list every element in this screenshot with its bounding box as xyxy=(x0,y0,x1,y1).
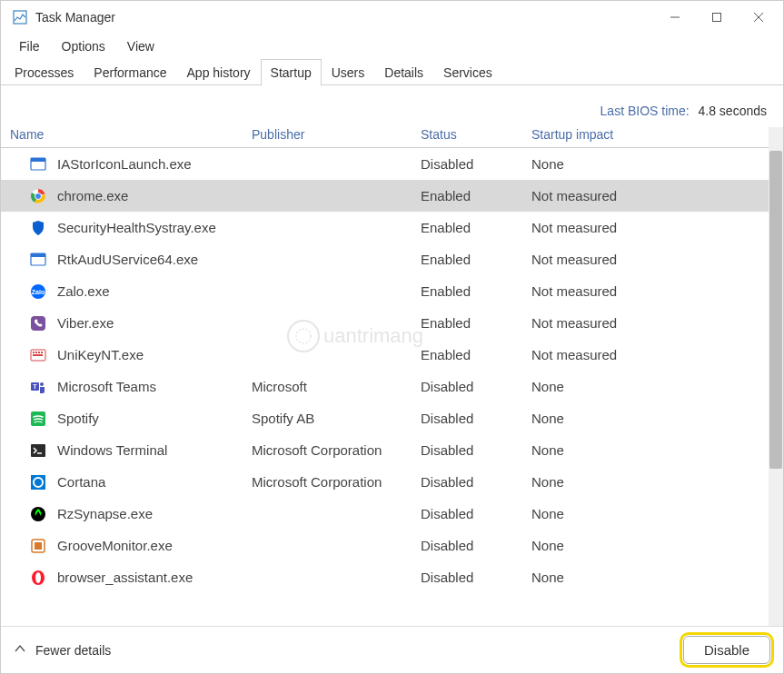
row-status: Disabled xyxy=(421,538,531,553)
row-status: Disabled xyxy=(421,506,531,521)
column-impact[interactable]: Startup impact xyxy=(531,127,769,142)
razer-icon xyxy=(28,504,48,524)
spotify-icon xyxy=(28,409,48,429)
table-row[interactable]: chrome.exe Enabled Not measured xyxy=(1,180,769,212)
minimize-button[interactable] xyxy=(654,1,696,34)
teams-icon: T xyxy=(28,377,48,397)
table-row[interactable]: RzSynapse.exe Disabled None xyxy=(1,498,769,530)
tab-users[interactable]: Users xyxy=(322,59,375,85)
vertical-scrollbar[interactable] xyxy=(769,127,783,626)
row-impact: None xyxy=(531,156,769,172)
disable-button[interactable]: Disable xyxy=(683,636,770,664)
row-impact: Not measured xyxy=(531,220,769,235)
table-row[interactable]: T Microsoft Teams Microsoft Disabled Non… xyxy=(1,371,769,402)
cortana-icon xyxy=(28,472,48,492)
titlebar: Task Manager xyxy=(1,1,783,34)
row-publisher: Spotify AB xyxy=(252,411,421,426)
svg-rect-2 xyxy=(713,14,721,22)
table-row[interactable]: Viber.exe Enabled Not measured xyxy=(1,307,769,339)
table-row[interactable]: GrooveMonitor.exe Disabled None xyxy=(1,530,769,561)
row-status: Disabled xyxy=(421,156,531,172)
table-row[interactable]: Spotify Spotify AB Disabled None xyxy=(1,402,769,434)
row-impact: None xyxy=(531,474,769,490)
disable-button-label: Disable xyxy=(704,642,749,658)
row-status: Enabled xyxy=(421,315,531,331)
row-publisher: Microsoft Corporation xyxy=(252,474,421,490)
chrome-icon xyxy=(28,186,48,206)
shield-icon xyxy=(28,218,48,238)
column-status[interactable]: ⌄ Status xyxy=(421,127,531,142)
row-name: Windows Terminal xyxy=(57,442,252,458)
menu-options[interactable]: Options xyxy=(51,35,116,57)
table-row[interactable]: IAStorIconLaunch.exe Disabled None xyxy=(1,148,769,180)
row-status: Enabled xyxy=(421,188,531,203)
table-header: Name Publisher ⌄ Status Startup impact xyxy=(1,127,769,148)
row-publisher: Microsoft xyxy=(252,379,421,394)
column-name[interactable]: Name xyxy=(8,127,252,142)
tab-details[interactable]: Details xyxy=(374,59,433,85)
row-name: Spotify xyxy=(57,411,252,426)
svg-text:T: T xyxy=(33,383,37,390)
groove-icon xyxy=(28,536,48,556)
app-icon xyxy=(12,9,28,25)
svg-text:Zalo: Zalo xyxy=(32,289,45,295)
bios-time-value: 4.8 seconds xyxy=(699,104,768,118)
row-name: Microsoft Teams xyxy=(57,379,252,394)
row-impact: Not measured xyxy=(531,315,769,331)
svg-point-33 xyxy=(35,572,41,583)
row-status: Disabled xyxy=(421,570,531,585)
svg-rect-25 xyxy=(31,444,45,457)
menubar: File Options View xyxy=(1,34,783,59)
table-row[interactable]: Windows Terminal Microsoft Corporation D… xyxy=(1,434,769,466)
scrollbar-thumb[interactable] xyxy=(769,151,782,469)
row-status: Enabled xyxy=(421,283,531,299)
bios-time-row: Last BIOS time: 4.8 seconds xyxy=(1,85,783,127)
row-name: Viber.exe xyxy=(57,315,252,331)
svg-rect-19 xyxy=(41,352,43,353)
table-row[interactable]: Zalo Zalo.exe Enabled Not measured xyxy=(1,275,769,307)
startup-table: Name Publisher ⌄ Status Startup impact I… xyxy=(1,127,769,626)
tab-performance[interactable]: Performance xyxy=(84,59,176,85)
table-row[interactable]: SecurityHealthSystray.exe Enabled Not me… xyxy=(1,212,769,243)
table-row[interactable]: RtkAudUService64.exe Enabled Not measure… xyxy=(1,243,769,275)
tab-app-history[interactable]: App history xyxy=(177,59,261,85)
table-row[interactable]: UniKeyNT.exe Enabled Not measured xyxy=(1,339,769,371)
row-name: RtkAudUService64.exe xyxy=(57,252,252,267)
tab-processes[interactable]: Processes xyxy=(5,59,84,85)
chevron-up-icon xyxy=(14,642,26,658)
row-name: browser_assistant.exe xyxy=(57,570,252,585)
maximize-button[interactable] xyxy=(696,1,738,34)
tab-services[interactable]: Services xyxy=(433,59,502,85)
tab-startup[interactable]: Startup xyxy=(261,59,322,85)
table-row[interactable]: browser_assistant.exe Disabled None xyxy=(1,561,769,593)
row-status: Disabled xyxy=(421,411,531,426)
row-impact: Not measured xyxy=(531,252,769,267)
svg-rect-31 xyxy=(35,542,42,550)
row-impact: Not measured xyxy=(531,283,769,299)
row-status: Enabled xyxy=(421,220,531,235)
window-icon xyxy=(28,250,48,270)
close-button[interactable] xyxy=(738,1,779,34)
opera-icon xyxy=(28,568,48,588)
svg-rect-18 xyxy=(38,352,40,353)
zalo-icon: Zalo xyxy=(28,282,48,302)
row-impact: None xyxy=(531,411,769,426)
fewer-details-toggle[interactable]: Fewer details xyxy=(14,642,111,658)
fewer-details-label: Fewer details xyxy=(35,643,111,658)
table-row[interactable]: Cortana Microsoft Corporation Disabled N… xyxy=(1,466,769,498)
row-impact: None xyxy=(531,538,769,553)
svg-rect-16 xyxy=(33,352,35,353)
svg-point-23 xyxy=(40,382,44,386)
row-name: UniKeyNT.exe xyxy=(57,347,252,362)
row-impact: Not measured xyxy=(531,347,769,362)
row-impact: None xyxy=(531,570,769,585)
svg-rect-0 xyxy=(14,11,26,24)
row-impact: None xyxy=(531,442,769,458)
row-status: Disabled xyxy=(421,442,531,458)
column-publisher[interactable]: Publisher xyxy=(252,127,421,142)
menu-file[interactable]: File xyxy=(8,35,51,57)
viber-icon xyxy=(28,313,48,333)
row-publisher: Microsoft Corporation xyxy=(252,442,421,458)
menu-view[interactable]: View xyxy=(116,35,165,57)
terminal-icon xyxy=(28,441,48,461)
